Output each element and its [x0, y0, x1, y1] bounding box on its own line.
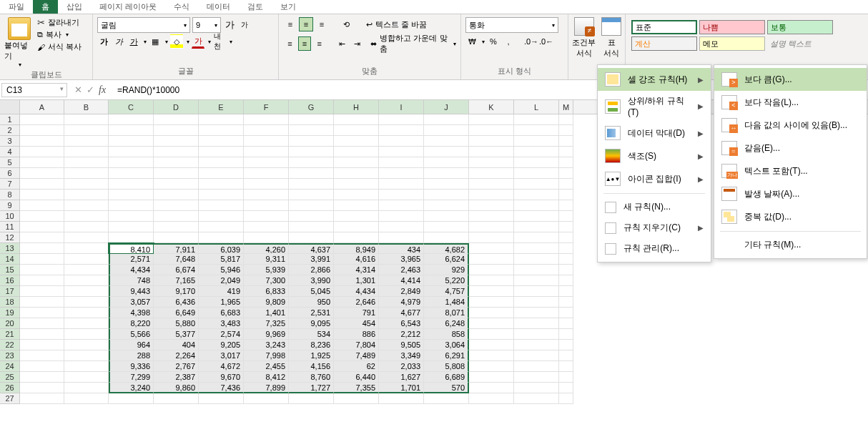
cell-F14[interactable]: 9,311	[244, 254, 289, 265]
cell-K23[interactable]	[469, 350, 514, 361]
cell-B17[interactable]	[64, 286, 109, 297]
italic-button[interactable]: 가	[112, 34, 125, 49]
cell-G6[interactable]	[289, 168, 334, 179]
cell-M15[interactable]	[559, 265, 573, 275]
cell-L20[interactable]	[514, 318, 559, 329]
top-bottom-rules-item[interactable]: 상위/하위 규칙(T)▶	[598, 91, 711, 122]
number-format-combo[interactable]: 통화▾	[465, 17, 558, 33]
cell-D23[interactable]: 2,264	[154, 350, 199, 361]
cell-K15[interactable]	[469, 265, 514, 275]
cell-E24[interactable]: 4,672	[199, 361, 244, 372]
cell-M16[interactable]	[559, 275, 573, 286]
cell-B18[interactable]	[64, 297, 109, 308]
cell-F8[interactable]	[244, 190, 289, 200]
cell-I17[interactable]: 2,849	[379, 286, 424, 297]
cell-A18[interactable]	[20, 297, 64, 308]
cell-D22[interactable]: 404	[154, 340, 199, 350]
cell-J17[interactable]: 4,757	[424, 286, 469, 297]
cell-E14[interactable]: 5,817	[199, 254, 244, 265]
cell-L12[interactable]	[514, 232, 559, 243]
cell-E3[interactable]	[199, 136, 244, 147]
cell-D4[interactable]	[154, 147, 199, 157]
row-header-24[interactable]: 24	[0, 361, 20, 372]
column-header-I[interactable]: I	[379, 100, 424, 114]
cell-M5[interactable]	[559, 157, 573, 168]
row-header-22[interactable]: 22	[0, 340, 20, 350]
row-header-19[interactable]: 19	[0, 308, 20, 318]
cell-J16[interactable]: 5,220	[424, 275, 469, 286]
cell-I22[interactable]: 9,505	[379, 340, 424, 350]
cell-A12[interactable]	[20, 232, 64, 243]
wrap-text-button[interactable]: ↩텍스트 줄 바꿈	[366, 19, 427, 30]
cell-K27[interactable]	[469, 393, 514, 404]
cell-C2[interactable]	[109, 125, 154, 136]
cell-H19[interactable]: 791	[334, 308, 379, 318]
cell-K17[interactable]	[469, 286, 514, 297]
cell-F26[interactable]: 7,899	[244, 383, 289, 393]
cell-J10[interactable]	[424, 211, 469, 222]
decrease-font-button[interactable]: 가	[238, 18, 251, 32]
cell-C10[interactable]	[109, 211, 154, 222]
cell-F27[interactable]	[244, 393, 289, 404]
cell-I13[interactable]: 434	[379, 243, 424, 254]
cell-B22[interactable]	[64, 340, 109, 350]
tab-데이터[interactable]: 데이터	[198, 0, 239, 14]
cell-G15[interactable]: 2,866	[289, 265, 334, 275]
cell-J15[interactable]: 929	[424, 265, 469, 275]
cell-B15[interactable]	[64, 265, 109, 275]
cell-G10[interactable]	[289, 211, 334, 222]
cell-D2[interactable]	[154, 125, 199, 136]
cell-I9[interactable]	[379, 200, 424, 211]
cell-G4[interactable]	[289, 147, 334, 157]
cell-A1[interactable]	[20, 114, 64, 125]
cell-L13[interactable]	[514, 243, 559, 254]
style-memo[interactable]: 메모	[699, 36, 765, 51]
cell-G13[interactable]: 4,637	[289, 243, 334, 254]
cell-H8[interactable]	[334, 190, 379, 200]
cell-H26[interactable]: 7,355	[334, 383, 379, 393]
cell-H1[interactable]	[334, 114, 379, 125]
cell-D26[interactable]: 9,860	[154, 383, 199, 393]
font-size-combo[interactable]: 9▾	[192, 17, 221, 33]
cell-C1[interactable]	[109, 114, 154, 125]
cell-G12[interactable]	[289, 232, 334, 243]
cell-D17[interactable]: 9,170	[154, 286, 199, 297]
border-button[interactable]: ▦	[149, 34, 162, 49]
align-center-button[interactable]: ≡	[298, 36, 312, 51]
cell-C9[interactable]	[109, 200, 154, 211]
clear-rules-item[interactable]: 규칙 지우기(C)▶	[598, 217, 711, 238]
cell-K20[interactable]	[469, 318, 514, 329]
column-header-C[interactable]: C	[109, 100, 154, 114]
cell-D7[interactable]	[154, 179, 199, 190]
column-header-A[interactable]: A	[20, 100, 64, 114]
cell-E12[interactable]	[199, 232, 244, 243]
column-header-G[interactable]: G	[289, 100, 334, 114]
cell-M7[interactable]	[559, 179, 573, 190]
cell-L11[interactable]	[514, 222, 559, 232]
cell-E27[interactable]	[199, 393, 244, 404]
cell-C15[interactable]: 4,434	[109, 265, 154, 275]
cell-I1[interactable]	[379, 114, 424, 125]
cell-B7[interactable]	[64, 179, 109, 190]
column-header-H[interactable]: H	[334, 100, 379, 114]
cell-L21[interactable]	[514, 329, 559, 340]
cell-H11[interactable]	[334, 222, 379, 232]
cell-J13[interactable]: 4,682	[424, 243, 469, 254]
cell-C19[interactable]: 4,398	[109, 308, 154, 318]
cell-B19[interactable]	[64, 308, 109, 318]
cell-A10[interactable]	[20, 211, 64, 222]
cell-J25[interactable]: 6,689	[424, 372, 469, 383]
cell-J1[interactable]	[424, 114, 469, 125]
cell-A16[interactable]	[20, 275, 64, 286]
icon-sets-item[interactable]: 아이콘 집합(I)▶	[598, 167, 711, 190]
row-header-18[interactable]: 18	[0, 297, 20, 308]
row-header-14[interactable]: 14	[0, 254, 20, 265]
cell-K16[interactable]	[469, 275, 514, 286]
cell-F6[interactable]	[244, 168, 289, 179]
cell-G19[interactable]: 2,531	[289, 308, 334, 318]
cell-J7[interactable]	[424, 179, 469, 190]
cell-J11[interactable]	[424, 222, 469, 232]
fill-menu[interactable]: ▾	[187, 39, 189, 45]
column-header-M[interactable]: M	[559, 100, 573, 114]
cell-F10[interactable]	[244, 211, 289, 222]
